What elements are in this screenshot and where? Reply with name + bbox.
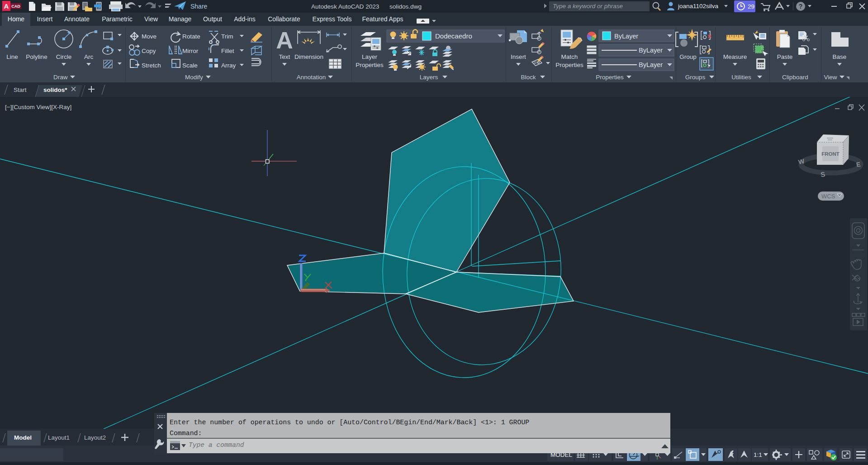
svg-text:solidos.dwg: solidos.dwg [389, 3, 422, 10]
svg-text:Polyline: Polyline [26, 53, 47, 60]
svg-text:Array: Array [221, 62, 236, 69]
svg-text:Move: Move [142, 33, 157, 40]
svg-text:Rotate: Rotate [182, 33, 200, 40]
svg-text:Share: Share [190, 3, 208, 10]
svg-text:Annotation: Annotation [297, 74, 326, 81]
svg-text:Block: Block [521, 74, 536, 81]
svg-text:Type a keyword or phrase: Type a keyword or phrase [553, 3, 623, 10]
svg-text:Modify: Modify [185, 74, 203, 81]
svg-text:Copy: Copy [142, 48, 156, 54]
svg-text:joana1102silva: joana1102silva [678, 3, 719, 10]
svg-text:Scale: Scale [182, 62, 198, 69]
svg-text:View: View [824, 74, 837, 81]
svg-text:Properties: Properties [356, 62, 384, 68]
svg-text:Dimension: Dimension [294, 53, 323, 60]
svg-text:Group: Group [679, 53, 697, 60]
svg-text:Groups: Groups [685, 74, 706, 81]
svg-text:CAD: CAD [11, 4, 20, 9]
svg-text:Insert: Insert [511, 53, 526, 60]
svg-text:Dodecaedro: Dodecaedro [435, 32, 472, 40]
svg-text:Mirror: Mirror [182, 48, 199, 54]
svg-text:Text: Text [279, 53, 290, 60]
svg-text:Model: Model [14, 434, 32, 441]
svg-text:Line: Line [6, 53, 18, 60]
svg-text:Layout1: Layout1 [48, 434, 70, 441]
svg-text:Fillet: Fillet [221, 48, 234, 54]
svg-text:Trim: Trim [221, 33, 233, 40]
svg-text:Match: Match [561, 53, 578, 60]
svg-text:solidos*: solidos* [43, 86, 67, 93]
svg-text:?: ? [799, 3, 803, 10]
svg-text:Clipboard: Clipboard [782, 74, 808, 81]
svg-text:Layout2: Layout2 [84, 434, 106, 441]
svg-text:Utilities: Utilities [731, 74, 751, 81]
svg-text:Circle: Circle [56, 53, 72, 60]
svg-text:ByLayer: ByLayer [614, 33, 638, 40]
svg-text:29: 29 [748, 3, 754, 10]
svg-text:Stretch: Stretch [142, 62, 161, 69]
svg-text:ByLayer: ByLayer [639, 61, 663, 68]
svg-text:ByLayer: ByLayer [639, 47, 663, 54]
svg-text:Arc: Arc [84, 53, 94, 60]
svg-text:Base: Base [833, 53, 847, 60]
svg-text:WCS: WCS [821, 193, 835, 200]
svg-text:Autodesk AutoCAD 2023: Autodesk AutoCAD 2023 [311, 3, 379, 10]
svg-text:Draw: Draw [53, 74, 68, 81]
svg-text:A: A [4, 2, 9, 10]
svg-text:1:1: 1:1 [754, 451, 762, 458]
svg-text:Layers: Layers [420, 74, 438, 81]
svg-text:A: A [276, 27, 293, 53]
svg-text:[−][Custom View][X-Ray]: [−][Custom View][X-Ray] [5, 104, 71, 110]
svg-text:Properties: Properties [596, 74, 624, 81]
svg-text:Layer: Layer [362, 53, 377, 60]
svg-text:Paste: Paste [777, 53, 793, 60]
svg-text:Start: Start [14, 86, 27, 93]
svg-text:FRONT: FRONT [821, 151, 840, 157]
svg-text:Properties: Properties [555, 62, 583, 68]
svg-text:Measure: Measure [723, 53, 747, 60]
